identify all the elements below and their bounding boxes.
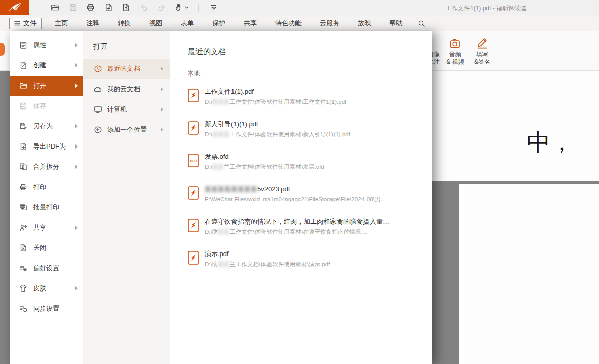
pdf-file-icon bbox=[188, 121, 199, 137]
tab-convert[interactable]: 转换 bbox=[109, 15, 140, 31]
menu-item-label: 创建 bbox=[33, 61, 46, 70]
qat-hand-tool-button[interactable] bbox=[175, 3, 189, 12]
recent-documents-panel: 最近的文档 本地 工作文件1(1).pdf D:\某某某工作文件\体验软件使用素… bbox=[170, 31, 432, 364]
file-path: D:\某某某工作文件\体验软件使用素材\工作文件1(1).pdf bbox=[205, 98, 346, 106]
svg-text:OFD: OFD bbox=[190, 159, 197, 163]
folder-open-icon bbox=[51, 3, 59, 12]
redo-icon bbox=[157, 3, 166, 12]
file-menu-item-batch-print[interactable]: 批量打印 bbox=[10, 197, 83, 217]
menu-item-label: 关闭 bbox=[33, 243, 46, 252]
menu-item-label: 同步设置 bbox=[33, 304, 59, 313]
menu-item-label: 保存 bbox=[33, 101, 46, 111]
open-item-label: 添加一个位置 bbox=[107, 125, 147, 134]
monitor-icon bbox=[93, 105, 102, 114]
ribbon-button-label: 音频 bbox=[449, 51, 461, 58]
recent-file-row[interactable]: 演示.pdf D:\防某某兰工作文档\体验软件使用素材\演示.pdf bbox=[188, 250, 432, 282]
qat-customize-button[interactable] bbox=[209, 3, 218, 12]
foxit-logo[interactable] bbox=[0, 0, 29, 15]
file-meta: 发票.ofd D:\某某兰工作文档\体验软件使用素材\发票.ofd bbox=[205, 153, 324, 171]
file-menu-item-create[interactable]: 创建 bbox=[10, 55, 83, 76]
recent-group-label: 本地 bbox=[188, 69, 432, 78]
menubar: 文件 主页 注释 转换 视图 表单 保护 共享 特色功能 云服务 放映 帮助 bbox=[0, 15, 599, 31]
file-menu-item-merge-split[interactable]: 合并拆分 bbox=[10, 157, 83, 177]
file-menu-item-preferences[interactable]: 偏好设置 bbox=[10, 258, 83, 278]
recent-file-row[interactable]: 工作文件1(1).pdf D:\某某某工作文件\体验软件使用素材\工作文件1(1… bbox=[188, 88, 432, 120]
pdf-file-icon bbox=[188, 219, 199, 234]
foxit-bird-icon bbox=[7, 2, 22, 13]
file-meta: 新人引导(1)(1).pdf D:\某某某工作文件\体验软件使用素材\新人引导(… bbox=[205, 120, 350, 138]
file-meta: 演示.pdf D:\防某某兰工作文档\体验软件使用素材\演示.pdf bbox=[205, 250, 330, 268]
qat-redo-button[interactable] bbox=[157, 3, 167, 12]
open-submenu: 打开 最近的文档 我的云文档 计算机 bbox=[83, 31, 170, 364]
skin-icon bbox=[19, 284, 27, 293]
menu-item-label: 导出PDF为 bbox=[33, 142, 66, 151]
tab-help[interactable]: 帮助 bbox=[380, 15, 412, 31]
file-path: D:\某某兰工作文档\体验软件使用素材\发票.ofd bbox=[205, 163, 324, 171]
chevron-right-icon bbox=[75, 286, 78, 290]
tab-view[interactable]: 视图 bbox=[140, 15, 172, 31]
file-menu-button[interactable]: 文件 bbox=[9, 18, 42, 29]
menu-item-label: 皮肤 bbox=[33, 284, 46, 293]
pen-icon bbox=[476, 35, 488, 50]
page-export-icon bbox=[104, 3, 113, 12]
recent-file-row[interactable]: 某某某某某某某某5v2023.pdf E:\WeChat Files\wxid_… bbox=[188, 185, 432, 217]
file-menu-item-sync-settings[interactable]: 同步设置 bbox=[10, 299, 83, 319]
file-menu-item-close[interactable]: 关闭 bbox=[10, 238, 83, 258]
save-as-icon bbox=[19, 122, 27, 131]
qat-open-button[interactable] bbox=[50, 3, 60, 12]
tab-form[interactable]: 表单 bbox=[172, 15, 203, 31]
undo-icon bbox=[140, 3, 148, 12]
qat-undo-button[interactable] bbox=[139, 3, 149, 12]
open-item-recent-documents[interactable]: 最近的文档 bbox=[83, 59, 170, 79]
menu-item-label: 属性 bbox=[33, 41, 46, 50]
qat-save-button[interactable] bbox=[68, 3, 78, 12]
file-menu-item-share[interactable]: 共享 bbox=[10, 217, 83, 238]
document-page bbox=[459, 184, 599, 364]
recent-file-row[interactable]: 新人引导(1)(1).pdf D:\某某某工作文件\体验软件使用素材\新人引导(… bbox=[188, 120, 432, 153]
open-item-add-place[interactable]: 添加一个位置 bbox=[83, 120, 170, 140]
tab-home[interactable]: 主页 bbox=[46, 15, 77, 31]
fill-sign-button[interactable]: 填写 &签名 bbox=[468, 35, 496, 66]
open-options-list: 最近的文档 我的云文档 计算机 添加一个位置 bbox=[83, 59, 170, 140]
hamburger-icon bbox=[14, 21, 20, 26]
file-name: 某某某某某某某某5v2023.pdf bbox=[205, 185, 386, 193]
ribbon-group-separator bbox=[500, 35, 500, 67]
qat-create-pdf-button[interactable] bbox=[121, 3, 131, 12]
chevron-right-icon bbox=[75, 124, 78, 128]
file-menu-item-export-pdf[interactable]: 导出PDF为 bbox=[10, 136, 83, 157]
file-menu-item-save-as[interactable]: 另存为 bbox=[10, 116, 83, 136]
tab-share[interactable]: 共享 bbox=[235, 15, 266, 31]
menu-item-label: 合并拆分 bbox=[33, 162, 59, 171]
tab-protect[interactable]: 保护 bbox=[203, 15, 235, 31]
open-item-computer[interactable]: 计算机 bbox=[83, 99, 170, 120]
recent-documents-title: 最近的文档 bbox=[188, 47, 432, 57]
printer-icon bbox=[19, 183, 27, 192]
recent-file-row[interactable]: OFD 发票.ofd D:\某某兰工作文档\体验软件使用素材\发票.ofd bbox=[188, 153, 432, 185]
tab-cloud[interactable]: 云服务 bbox=[311, 15, 349, 31]
ribbon-button-label: 填写 bbox=[476, 51, 488, 58]
search-button[interactable] bbox=[412, 20, 431, 27]
file-menu-item-save[interactable]: 保存 bbox=[10, 96, 83, 116]
file-name: 工作文件1(1).pdf bbox=[205, 88, 346, 96]
tab-present[interactable]: 放映 bbox=[349, 15, 380, 31]
chevron-right-icon bbox=[75, 144, 78, 149]
recent-file-row[interactable]: 在遵守饮食指南的情况下，红肉，加工肉和家禽的膳食摄入量… D:\防某某工作文件\… bbox=[188, 217, 432, 250]
tab-comment[interactable]: 注释 bbox=[77, 15, 109, 31]
recent-file-list: 工作文件1(1).pdf D:\某某某工作文件\体验软件使用素材\工作文件1(1… bbox=[188, 88, 432, 282]
file-menu-item-open[interactable]: 打开 bbox=[10, 76, 83, 96]
file-menu-item-skin[interactable]: 皮肤 bbox=[10, 278, 83, 299]
qat-export-pdf-button[interactable] bbox=[104, 3, 113, 12]
file-meta: 在遵守饮食指南的情况下，红肉，加工肉和家禽的膳食摄入量… D:\防某某工作文件\… bbox=[205, 217, 389, 236]
file-name: 在遵守饮食指南的情况下，红肉，加工肉和家禽的膳食摄入量… bbox=[205, 217, 389, 226]
file-menu-item-properties[interactable]: 属性 bbox=[10, 35, 83, 55]
properties-icon bbox=[19, 41, 27, 50]
file-menu-item-print[interactable]: 打印 bbox=[10, 177, 83, 197]
audio-video-button[interactable]: 音频 & 视频 bbox=[441, 35, 470, 66]
open-item-cloud-documents[interactable]: 我的云文档 bbox=[83, 79, 170, 99]
tab-features[interactable]: 特色功能 bbox=[266, 15, 311, 31]
qat-print-button[interactable] bbox=[86, 3, 95, 12]
plus-circle-icon bbox=[93, 126, 102, 134]
file-name: 发票.ofd bbox=[205, 153, 324, 161]
merge-split-icon bbox=[19, 163, 27, 171]
chevron-right-icon bbox=[75, 43, 78, 47]
